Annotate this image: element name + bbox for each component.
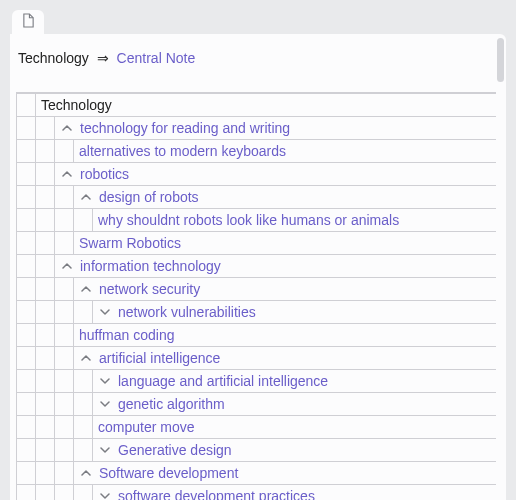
tree-node-label[interactable]: Software development [99,462,238,484]
content-pane: Technology ⇒ Central Note Technology tec… [10,34,506,500]
tree-node[interactable]: computer move [16,416,496,439]
outline-tree: Technology technology for reading and wr… [16,92,496,500]
breadcrumb-current: Technology [18,50,89,66]
tree-node-label[interactable]: information technology [80,255,221,277]
tree-node-label[interactable]: huffman coding [79,324,174,346]
tree-node-label[interactable]: software development practices [118,485,315,500]
chevron-down-icon[interactable] [98,374,112,388]
tree-node[interactable]: why shouldnt robots look like humans or … [16,209,496,232]
tree-node-label[interactable]: language and artificial intelligence [118,370,328,392]
chevron-up-icon[interactable] [60,167,74,181]
tree-node-label[interactable]: network vulnerabilities [118,301,256,323]
tree-node[interactable]: alternatives to modern keyboards [16,140,496,163]
chevron-down-icon[interactable] [98,305,112,319]
chevron-down-icon[interactable] [98,489,112,500]
tree-node[interactable]: design of robots [16,186,496,209]
chevron-up-icon[interactable] [79,282,93,296]
chevron-up-icon[interactable] [60,121,74,135]
tree-node-label[interactable]: why shouldnt robots look like humans or … [98,209,399,231]
chevron-up-icon[interactable] [79,466,93,480]
breadcrumb: Technology ⇒ Central Note [16,44,496,92]
tree-node-label[interactable]: design of robots [99,186,199,208]
tree-node-label[interactable]: technology for reading and writing [80,117,290,139]
breadcrumb-separator: ⇒ [93,50,113,66]
tree-node[interactable]: technology for reading and writing [16,117,496,140]
tree-node[interactable]: information technology [16,255,496,278]
document-icon [22,13,35,31]
chevron-up-icon[interactable] [60,259,74,273]
tree-node[interactable]: language and artificial intelligence [16,370,496,393]
tree-node[interactable]: software development practices [16,485,496,500]
tree-node[interactable]: network vulnerabilities [16,301,496,324]
tree-node-label[interactable]: Swarm Robotics [79,232,181,254]
tree-root-row[interactable]: Technology [16,93,496,117]
tab-document[interactable] [12,10,44,34]
tree-node[interactable]: genetic algorithm [16,393,496,416]
breadcrumb-parent-link[interactable]: Central Note [117,50,196,66]
tree-node[interactable]: artificial intelligence [16,347,496,370]
tree-node[interactable]: huffman coding [16,324,496,347]
tree-node[interactable]: Swarm Robotics [16,232,496,255]
tree-node-label[interactable]: robotics [80,163,129,185]
tree-node[interactable]: Generative design [16,439,496,462]
tree-node-label[interactable]: genetic algorithm [118,393,225,415]
chevron-down-icon[interactable] [98,443,112,457]
chevron-up-icon[interactable] [79,190,93,204]
scrollbar[interactable] [497,38,504,467]
scrollbar-thumb[interactable] [497,38,504,82]
tree-node-label[interactable]: artificial intelligence [99,347,220,369]
tree-node-label[interactable]: network security [99,278,200,300]
tab-bar [10,10,506,34]
tree-node[interactable]: robotics [16,163,496,186]
tree-node-label[interactable]: alternatives to modern keyboards [79,140,286,162]
tree-node[interactable]: Software development [16,462,496,485]
tree-node-label[interactable]: Generative design [118,439,232,461]
tree-root-label: Technology [41,94,112,116]
tree-node[interactable]: network security [16,278,496,301]
chevron-up-icon[interactable] [79,351,93,365]
chevron-down-icon[interactable] [98,397,112,411]
tree-node-label[interactable]: computer move [98,416,194,438]
